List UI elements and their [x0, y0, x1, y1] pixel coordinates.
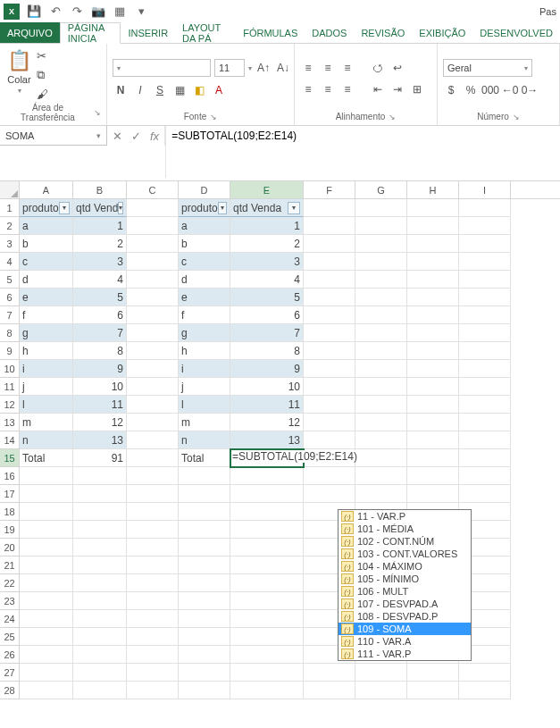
cell[interactable]: 10	[73, 378, 127, 396]
cell[interactable]: produto▾	[179, 199, 230, 217]
tab-formulas[interactable]: FÓRMULAS	[236, 22, 305, 43]
cell[interactable]	[355, 360, 407, 378]
col-header[interactable]: D	[179, 181, 230, 198]
cut-icon[interactable]: ✂	[37, 49, 48, 63]
cell[interactable]: 4	[73, 271, 127, 289]
autocomplete-item[interactable]: (·)111 - VAR.P	[339, 648, 471, 660]
cell[interactable]: 8	[73, 342, 127, 360]
row-header[interactable]: 1	[0, 199, 20, 217]
cell[interactable]	[127, 378, 179, 396]
cell[interactable]: 12	[230, 414, 304, 431]
cell[interactable]	[459, 431, 511, 449]
cell[interactable]	[127, 646, 179, 664]
cell[interactable]: 11	[73, 396, 127, 414]
cell[interactable]: m	[179, 414, 230, 431]
autocomplete-item[interactable]: (·)110 - VAR.A	[339, 635, 471, 648]
cell[interactable]	[407, 360, 459, 378]
align-right-icon[interactable]: ≡	[339, 81, 355, 97]
col-header[interactable]: H	[407, 181, 459, 198]
cell[interactable]: =SUBTOTAL(109;E2:E14)	[230, 449, 304, 467]
cell[interactable]	[73, 485, 127, 503]
cell[interactable]	[20, 556, 73, 574]
row-header[interactable]: 10	[0, 360, 20, 378]
increase-indent-icon[interactable]: ⇥	[389, 81, 405, 97]
number-format-select[interactable]: Geral▾	[443, 59, 532, 77]
cell[interactable]	[459, 306, 511, 324]
tab-file[interactable]: ARQUIVO	[0, 22, 60, 43]
cell[interactable]: l	[20, 396, 73, 414]
cell[interactable]	[127, 217, 179, 235]
tab-data[interactable]: DADOS	[305, 22, 354, 43]
row-header[interactable]: 13	[0, 414, 20, 431]
cell[interactable]	[73, 610, 127, 628]
cell[interactable]	[73, 592, 127, 610]
row-header[interactable]: 17	[0, 485, 20, 503]
cell[interactable]	[355, 199, 407, 217]
cell[interactable]	[304, 271, 355, 289]
cell[interactable]	[304, 431, 355, 449]
cell[interactable]	[179, 574, 230, 592]
cell[interactable]	[355, 324, 407, 342]
cell[interactable]	[127, 235, 179, 253]
row-header[interactable]: 19	[0, 521, 20, 539]
cell[interactable]	[304, 360, 355, 378]
cell[interactable]	[355, 271, 407, 289]
enter-formula-icon[interactable]: ✓	[131, 130, 141, 143]
cell[interactable]: 3	[73, 253, 127, 271]
row-header[interactable]: 16	[0, 467, 20, 485]
cell[interactable]	[230, 592, 304, 610]
cell[interactable]	[73, 556, 127, 574]
autocomplete-item[interactable]: (·)103 - CONT.VALORES	[339, 548, 471, 560]
cell[interactable]	[179, 539, 230, 556]
cell[interactable]	[407, 253, 459, 271]
cell[interactable]	[179, 646, 230, 664]
col-header[interactable]: A	[20, 181, 73, 198]
cell[interactable]	[459, 396, 511, 414]
col-header[interactable]: I	[459, 181, 511, 198]
cell[interactable]	[304, 217, 355, 235]
cell[interactable]: qtd Venda▾	[230, 199, 304, 217]
cell[interactable]	[407, 682, 459, 699]
cell[interactable]: 11	[230, 396, 304, 414]
cell[interactable]: e	[20, 289, 73, 306]
cell[interactable]	[304, 199, 355, 217]
autocomplete-item[interactable]: (·)106 - MULT	[339, 585, 471, 598]
filter-button[interactable]: ▾	[288, 202, 300, 214]
cell[interactable]	[407, 396, 459, 414]
cell[interactable]	[304, 378, 355, 396]
cell[interactable]	[179, 682, 230, 699]
cell[interactable]	[20, 521, 73, 539]
font-size-select[interactable]: 11	[214, 59, 245, 77]
cell[interactable]	[127, 467, 179, 485]
cell[interactable]	[230, 521, 304, 539]
cell[interactable]	[355, 306, 407, 324]
dialog-launcher-icon[interactable]: ↘	[389, 113, 396, 121]
cell[interactable]: m	[20, 414, 73, 431]
cell[interactable]	[73, 574, 127, 592]
cell[interactable]	[127, 199, 179, 217]
border-button[interactable]: ▦	[171, 82, 188, 98]
cell[interactable]	[459, 485, 511, 503]
col-header[interactable]: B	[73, 181, 127, 198]
cell[interactable]	[179, 556, 230, 574]
cell[interactable]	[355, 682, 407, 699]
wrap-text-icon[interactable]: ↩	[389, 60, 405, 76]
row-header[interactable]: 4	[0, 253, 20, 271]
form-icon[interactable]: ▦	[113, 4, 127, 19]
row-header[interactable]: 7	[0, 306, 20, 324]
paste-button[interactable]: 📋 Colar ▾	[5, 47, 33, 96]
cell[interactable]: 2	[230, 235, 304, 253]
row-header[interactable]: 15	[0, 449, 20, 467]
cell[interactable]	[407, 235, 459, 253]
cell[interactable]	[73, 539, 127, 556]
cell[interactable]	[20, 503, 73, 521]
cell[interactable]	[459, 378, 511, 396]
cell[interactable]	[304, 396, 355, 414]
row-header[interactable]: 24	[0, 610, 20, 628]
cell[interactable]	[230, 539, 304, 556]
cell[interactable]	[407, 378, 459, 396]
cell[interactable]: 5	[73, 289, 127, 306]
undo-icon[interactable]: ↶	[48, 4, 63, 19]
cell[interactable]	[230, 503, 304, 521]
cell[interactable]	[459, 217, 511, 235]
